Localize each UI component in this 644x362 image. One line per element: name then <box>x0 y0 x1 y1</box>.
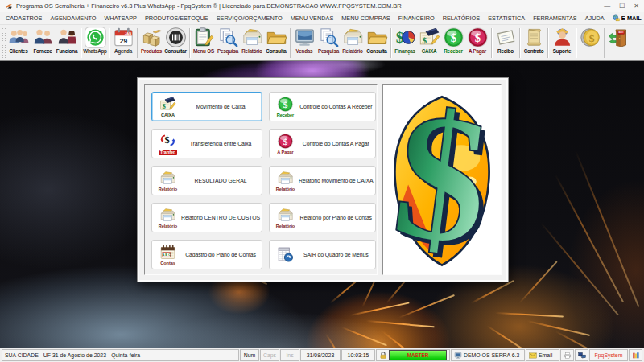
menu-button-sair-do-quadro-de-menus[interactable]: SAIR do Quadro de Menus <box>269 240 376 269</box>
calendar-icon: JAN29 <box>113 27 134 48</box>
padlock-icon <box>379 352 387 360</box>
window-controls: — ☐ ✕ <box>604 2 639 10</box>
menu-button-resultado-geral[interactable]: RelatórioRESULTADO GERAL <box>151 166 262 195</box>
menu-button-relat-rio-movimento-de-caixa[interactable]: RelatórioRelatório Movimento de CAIXA <box>269 166 376 195</box>
toolbar-button-recibo[interactable]: Recibo <box>493 26 518 55</box>
menu-button-relat-rio-por-plano-de-contas[interactable]: RelatórioRelatório por Plano de Contas <box>269 203 376 232</box>
menu-button-label: Controle do Contas A Receber <box>299 104 374 109</box>
toolbar-button-label: Pesquisa <box>217 48 238 55</box>
menu-button-icon-label: Contas <box>160 261 175 266</box>
menu-item-label: FERRAMENTAS <box>533 14 577 22</box>
toolbar-button-receber[interactable]: $Receber <box>441 26 465 55</box>
menu-button-cadastro-do-plano-de-contas[interactable]: A B CContasCadastro do Plano de Contas <box>151 240 262 269</box>
barcode-icon <box>165 27 187 48</box>
status-location: SUA CIDADE - UF 31 de Agosto de 2023 - Q… <box>2 349 239 361</box>
network-button[interactable] <box>575 349 588 361</box>
fpq-logo-button[interactable] <box>629 349 642 361</box>
toolbar-button-a-pagar[interactable]: $A Pagar <box>465 26 489 55</box>
menu-item-ferramentas[interactable]: FERRAMENTAS <box>533 14 577 22</box>
toolbar-button-vendas[interactable]: Vendas <box>292 26 316 55</box>
toolbar-button-whatsapp[interactable]: WhatsApp <box>83 26 107 55</box>
toolbar-button-label: Finanças <box>394 48 415 55</box>
menu-item-label: CADASTROS <box>6 14 42 22</box>
minimize-button[interactable]: — <box>604 2 610 10</box>
ledger-icon: $ <box>419 27 440 48</box>
menu-button-movimento-de-caixa[interactable]: $CAIXAMovimento de Caixa <box>151 92 262 121</box>
dollar-red-icon: $ <box>467 27 489 48</box>
menu-item-label: E-MAIL <box>621 14 642 22</box>
toolbar-separator <box>290 28 291 58</box>
toolbar-button-label: CAIXA <box>422 48 437 55</box>
toolbar-button-menu-os[interactable]: Menu OS <box>192 26 216 55</box>
menu-item-whatsapp[interactable]: WHATSAPP <box>104 14 136 22</box>
people-pair-icon <box>32 27 54 48</box>
status-date: 31/08/2023 <box>300 349 341 361</box>
status-brand: FpqSystem <box>589 349 628 361</box>
toolbar-button-label: A Pagar <box>469 48 486 55</box>
toolbar-button-consultar[interactable]: Consultar <box>163 26 188 55</box>
toolbar-button-fornece[interactable]: Fornece <box>31 26 55 55</box>
menu-button-icon-label: Relatório <box>159 187 177 192</box>
toolbar-button-relat-rio[interactable]: Relatório <box>341 26 365 55</box>
menu-buttons-panel: $CAIXAMovimento de Caixa$ReceberControle… <box>144 84 378 275</box>
print-button[interactable] <box>560 349 574 361</box>
menu-item-cadastros[interactable]: CADASTROS <box>6 14 42 22</box>
menu-item-ajuda[interactable]: AJUDA <box>585 14 605 22</box>
menu-item-servi-o-or-amento[interactable]: SERVIÇO/ORÇAMENTO <box>217 14 283 22</box>
toolbar-button-exit-door-icon[interactable]: EXIT <box>606 26 630 48</box>
toolbar-button-agenda[interactable]: JAN29Agenda <box>111 26 135 55</box>
menu-button-controle-do-contas-a-receber[interactable]: $ReceberControle do Contas A Receber <box>269 92 376 121</box>
menu-button-transferencia-entre-caixa[interactable]: $Tranfer.Transferencia entre Caixa <box>151 129 262 158</box>
toolbar-button-suporte[interactable]: Suporte <box>550 26 574 55</box>
toolbar-button-produtos[interactable]: Produtos <box>139 26 163 55</box>
maximize-button[interactable]: ☐ <box>619 2 625 10</box>
abc-calendar-icon: A B CContas <box>155 244 181 266</box>
toolbar-button-label: Suporte <box>553 48 571 55</box>
version-text: DEMO OS SERRA 6.3 <box>464 352 519 358</box>
toolbar-separator <box>547 28 548 58</box>
svg-text:29: 29 <box>119 37 127 45</box>
toolbar-button-consulta[interactable]: Consulta <box>365 26 389 55</box>
toolbar-button-pesquisa[interactable]: Pesquisa <box>216 26 240 55</box>
num-lock-text: Num <box>244 352 256 358</box>
toolbar-button-contrato[interactable]: Contrato <box>522 26 546 55</box>
menu-button-icon-label: Relatório <box>276 224 295 229</box>
close-button[interactable]: ✕ <box>634 2 639 10</box>
menu-item-menu-compras[interactable]: MENU COMPRAS <box>341 14 390 22</box>
email-button[interactable]: Email <box>526 349 559 361</box>
toolbar-button-label: Relatório <box>242 48 262 55</box>
menu-item-financeiro[interactable]: FINANCEIRO <box>398 14 435 22</box>
status-num-lock: Num <box>240 349 259 361</box>
toolbar-button-funciona[interactable]: Funciona <box>55 26 79 55</box>
finance-icon: $ <box>394 27 416 48</box>
toolbar-button-pesquisa[interactable]: Pesquisa <box>316 26 341 55</box>
app-window: Programa OS Serralheria + Financeiro v6.… <box>0 0 644 362</box>
menu-item-e-mail[interactable]: E-MAIL <box>613 14 642 22</box>
toolbar-button-clientes[interactable]: Clientes <box>6 26 31 55</box>
menu-item-agendamento[interactable]: AGENDAMENTO <box>50 14 96 22</box>
toolbar-button-coin-icon[interactable]: $ <box>578 26 602 48</box>
menu-item-produtos-estoque[interactable]: PRODUTOS/ESTOQUE <box>145 14 208 22</box>
toolbar-button-relat-rio[interactable]: Relatório <box>240 26 264 55</box>
svg-text:$: $ <box>474 31 480 44</box>
toolbar-button-label: Consulta <box>266 48 286 55</box>
menu-item-menu-vendas[interactable]: MENU VENDAS <box>291 14 334 22</box>
pc-icon <box>454 352 462 360</box>
toolbar-button-finan-as[interactable]: $Finanças <box>393 26 417 55</box>
dollar-red-icon: $A Pagar <box>272 133 299 155</box>
menu-item-estatistica[interactable]: ESTATISTICA <box>488 14 525 22</box>
receipt-icon <box>495 27 517 48</box>
menu-button-controle-do-contas-a-pagar[interactable]: $A PagarControle do Contas A Pagar <box>269 129 376 158</box>
toolbar-separator <box>491 28 492 58</box>
printer-icon <box>342 27 364 48</box>
menu-item-label: MENU COMPRAS <box>341 14 390 22</box>
toolbar-button-label: WhatsApp <box>83 48 107 55</box>
toolbar-button-caixa[interactable]: $CAIXA <box>417 26 441 55</box>
boxes-icon <box>141 27 163 48</box>
man-woman-icon <box>56 27 78 48</box>
toolbar-button-consulta[interactable]: Consulta <box>264 26 288 55</box>
date-text: 31/08/2023 <box>307 352 335 358</box>
menu-button-relat-rio-centro-de-custos[interactable]: RelatórioRelatório CENTRO DE CUSTOS <box>151 203 262 232</box>
printer-small-icon <box>564 352 572 360</box>
menu-item-relat-rios[interactable]: RELATÓRIOS <box>443 14 481 22</box>
